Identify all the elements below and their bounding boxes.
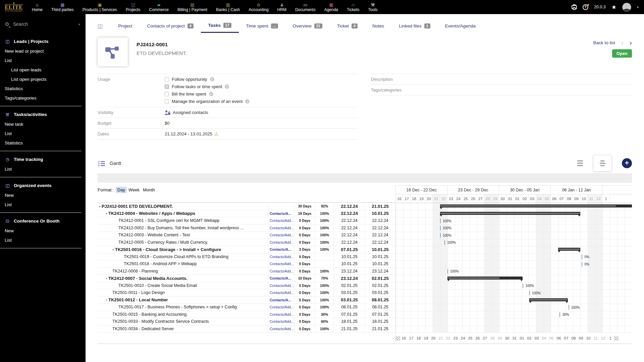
- format-option-day[interactable]: Day: [116, 187, 127, 193]
- task-contacts-link[interactable]: Contacts/Add...: [268, 225, 294, 232]
- nav-item-tickets[interactable]: ▱Tickets: [342, 2, 364, 12]
- sidebar-section-organized-events[interactable]: ◫Organized events: [0, 181, 86, 190]
- task-name[interactable]: TK2501-0017 - Business Phones - Softphon…: [98, 305, 268, 309]
- tab-project[interactable]: Project: [111, 19, 140, 33]
- sidebar-item-leads-projects-tags-categories[interactable]: Tags/categories: [0, 93, 86, 103]
- sidebar-search[interactable]: Search ▾: [0, 21, 86, 27]
- gantt-bar[interactable]: [440, 212, 580, 215]
- nav-item-third-parties[interactable]: ▦Third parties: [47, 2, 78, 12]
- nav-item-billing-payment[interactable]: ▤Billing | Payment: [173, 2, 212, 12]
- checkbox-follow-tasks-or-time-spent[interactable]: [165, 84, 169, 89]
- task-contacts-link[interactable]: Contacts/Add...: [268, 289, 294, 296]
- task-name[interactable]: TK2501-0033 - Modify Contractor Service …: [98, 319, 268, 324]
- task-name[interactable]: TK2412-0005 - Currency Rates / Multi Cur…: [98, 240, 268, 245]
- gantt-bar[interactable]: [529, 298, 568, 301]
- sidebar-item-time-tracking-list[interactable]: List: [0, 164, 86, 174]
- gantt-milestone[interactable]: 100%: [440, 219, 451, 223]
- gantt-milestone[interactable]: 30%: [559, 312, 569, 317]
- nav-item-agenda[interactable]: ▦Agenda: [320, 2, 342, 12]
- task-name[interactable]: TK2412-0003 - Website Content - Text: [98, 233, 268, 237]
- gantt-milestone[interactable]: 100%: [440, 226, 451, 231]
- sidebar-item-tasks-activities-new-task[interactable]: New task: [0, 119, 86, 129]
- sidebar-item-leads-projects-new-lead-or-project[interactable]: New lead or project: [0, 46, 86, 56]
- tab-ticket[interactable]: Ticket4: [330, 19, 365, 33]
- list-view-icon[interactable]: [577, 160, 583, 166]
- user-avatar[interactable]: [622, 3, 631, 12]
- task-name[interactable]: TK2501-0018 - Andriod APP > Webapp: [98, 261, 268, 266]
- task-name[interactable]: TK2412-0001 - SSL Configure cert for MGM…: [98, 218, 268, 223]
- sidebar-section-tasks-activities[interactable]: ≣Tasks/activities: [0, 110, 86, 119]
- task-contacts-link[interactable]: Contacts/Add...: [268, 325, 294, 333]
- sidebar-item-conference-or-booth-new[interactable]: New: [0, 226, 86, 235]
- back-to-list-link[interactable]: Back to list: [593, 40, 615, 45]
- sidebar-item-tasks-activities-statistics[interactable]: Statistics: [0, 138, 86, 147]
- tab-notes[interactable]: Notes: [365, 19, 391, 33]
- sidebar-section-time-tracking[interactable]: ◷Time tracking: [0, 155, 86, 164]
- task-contacts-link[interactable]: Contacts/Add...: [268, 268, 294, 275]
- task-contacts-link[interactable]: Contacts/Add...: [268, 311, 294, 318]
- task-name[interactable]: - TK2501-0016 - Cloud Storage - > Instal…: [98, 247, 268, 252]
- gantt-milestone[interactable]: 100%: [444, 240, 456, 245]
- user-menu-caret-icon[interactable]: ▾: [637, 5, 639, 9]
- tab-time-spent[interactable]: Time spent...: [239, 19, 285, 33]
- resize-grip-icon[interactable]: [396, 336, 400, 341]
- sidebar-item-organized-events-list[interactable]: List: [0, 200, 86, 209]
- tab-events-agenda[interactable]: Events/Agenda: [438, 19, 483, 33]
- nav-item-documents[interactable]: ▭Documents: [291, 2, 320, 12]
- task-name[interactable]: TK2501-0011 - Logo Design: [98, 290, 268, 295]
- task-contacts-link[interactable]: Contacts/A...: [268, 297, 294, 304]
- checkbox-bill-the-time-spent[interactable]: [165, 92, 169, 96]
- task-contacts-link[interactable]: [268, 203, 294, 210]
- task-contacts-link[interactable]: Contacts/Add...: [268, 217, 294, 224]
- gantt-milestone[interactable]: 0%: [582, 262, 589, 266]
- gantt-view-button[interactable]: [593, 155, 612, 172]
- nav-item-commerce[interactable]: ▰Commerce: [145, 2, 173, 12]
- tab-overview[interactable]: Overview21: [285, 19, 330, 33]
- task-name[interactable]: TK2412-0002 - Buy Domains, Toll free Num…: [98, 226, 268, 230]
- task-contacts-link[interactable]: Contacts/Add...: [268, 232, 294, 239]
- sidebar-item-tasks-activities-list[interactable]: List: [0, 129, 86, 138]
- sidebar-section-conference-or-booth[interactable]: ⊡Conference Or Booth: [0, 217, 86, 226]
- tab-tasks[interactable]: Tasks17: [201, 19, 239, 33]
- task-contacts-link[interactable]: Contacts/Add...: [268, 253, 294, 260]
- gantt-bar[interactable]: [558, 248, 580, 251]
- search-input[interactable]: Search: [13, 21, 78, 27]
- nav-item-projects[interactable]: ◫Projects: [121, 2, 145, 12]
- task-name[interactable]: TK2501-0010 - Create Social Media Email: [98, 283, 268, 288]
- checkbox-manage-the-organization-of-an-event[interactable]: [165, 99, 169, 104]
- task-name[interactable]: - TK2412-0004 - Websites / Apps / Webapp…: [98, 211, 268, 216]
- task-contacts-link[interactable]: Contacts/Add...: [268, 318, 294, 325]
- nav-item-hrm[interactable]: ♟HRM: [273, 2, 291, 12]
- task-name[interactable]: - TK2412-0007 - Social Media Accounts.: [98, 276, 268, 281]
- sidebar-section-leads-projects[interactable]: ◫Leads | Projects: [0, 37, 86, 46]
- sidebar-item-leads-projects-statistics[interactable]: Statistics: [0, 84, 86, 93]
- gantt-milestone[interactable]: 100%: [569, 305, 580, 310]
- sidebar-item-leads-projects-list-open-projects[interactable]: List open projects: [0, 74, 86, 84]
- gantt-milestone[interactable]: 100%: [529, 291, 541, 295]
- task-contacts-link[interactable]: Contacts/Add...: [268, 239, 294, 246]
- print-icon[interactable]: [572, 5, 577, 9]
- nav-item-accounting[interactable]: ⊙Accounting: [244, 2, 273, 12]
- nav-item-banks-cash[interactable]: ▥Banks | Cash: [212, 2, 244, 12]
- task-contacts-link[interactable]: Contacts/A...: [268, 246, 294, 253]
- sidebar-item-leads-projects-list-open-leads[interactable]: List open leads: [0, 65, 86, 74]
- nav-item-tools[interactable]: ⚒Tools: [364, 2, 382, 12]
- task-name[interactable]: TK2501-0034 - Dedicated Server: [98, 326, 268, 331]
- format-option-week[interactable]: Week: [127, 187, 141, 193]
- task-name[interactable]: - TK2501-0012 - Local Number: [98, 297, 268, 302]
- tab-linked-files[interactable]: Linked files1: [391, 19, 437, 33]
- gantt-milestone[interactable]: 100%: [440, 233, 451, 238]
- gantt-bar[interactable]: [447, 277, 523, 280]
- format-option-month[interactable]: Month: [141, 187, 157, 193]
- tab-contacts-of-project[interactable]: Contacts of project4: [140, 19, 201, 33]
- prev-record-icon[interactable]: ‹: [621, 40, 624, 46]
- app-logo[interactable]: ♛ ELITE ELITE TECH DESIGNS: [0, 0, 28, 14]
- gantt-bar[interactable]: [440, 204, 632, 207]
- gantt-milestone[interactable]: 100%: [523, 284, 534, 288]
- task-contacts-link[interactable]: Contacts/Add...: [268, 304, 294, 311]
- gantt-milestone[interactable]: 100%: [447, 269, 459, 274]
- resize-grip-icon[interactable]: [614, 336, 619, 341]
- task-contacts-link[interactable]: Contacts/Add...: [268, 260, 294, 267]
- task-contacts-link[interactable]: Contacts/A...: [268, 210, 294, 217]
- help-icon[interactable]: ?: [583, 4, 588, 10]
